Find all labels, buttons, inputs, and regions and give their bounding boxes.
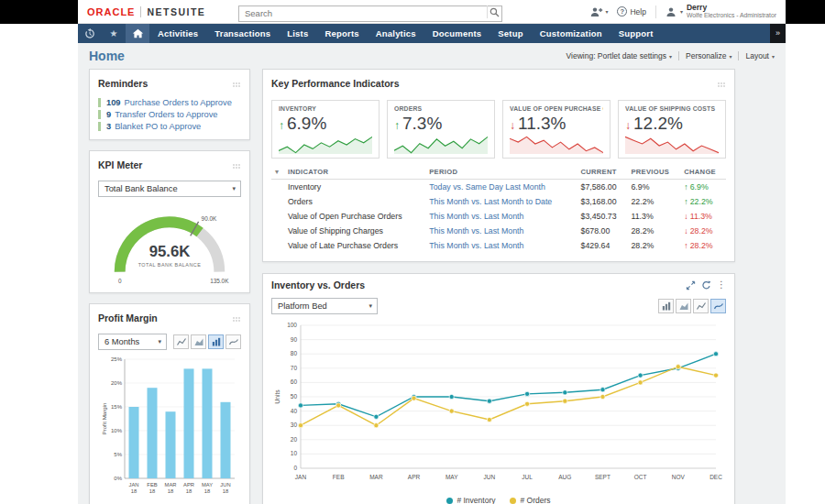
change-value: 11.3% xyxy=(690,212,712,221)
netsuite-app: ORACLE NETSUITE ▾ ? Help xyxy=(78,0,786,504)
cell-period-link[interactable]: This Month vs. Last Month xyxy=(425,224,577,238)
brand-divider xyxy=(140,6,141,17)
dashboard-content: Reminders 109Purchase Orders to Approve9… xyxy=(78,67,786,504)
shortcuts-button[interactable]: ★ xyxy=(102,24,126,43)
reminder-link[interactable]: Transfer Orders to Approve xyxy=(115,110,217,119)
kpi-tile-number: 12.2% xyxy=(633,114,683,134)
chevron-down-icon: ▾ xyxy=(605,8,608,15)
legend-dot xyxy=(446,498,453,504)
kpi-tile[interactable]: VALUE OF SHIPPING COSTS↓12.2% xyxy=(618,100,726,159)
portlet-drag-handle-icon[interactable] xyxy=(232,75,241,92)
svg-text:FEB: FEB xyxy=(332,474,344,480)
nav-item-setup[interactable]: Setup xyxy=(490,24,531,43)
nav-item-customization[interactable]: Customization xyxy=(532,24,610,43)
spline-chart-icon[interactable] xyxy=(710,299,726,313)
viewing-control[interactable]: Viewing: Portlet date settings▾ xyxy=(566,51,672,60)
viewing-label: Viewing: Portlet date settings xyxy=(566,51,666,60)
recent-records-button[interactable] xyxy=(78,24,102,43)
nav-item-lists[interactable]: Lists xyxy=(279,24,316,43)
reminder-link[interactable]: Purchase Orders to Approve xyxy=(125,98,232,107)
search-icon[interactable] xyxy=(487,5,500,18)
portlet-drag-handle-icon[interactable] xyxy=(232,310,241,326)
svg-text:100: 100 xyxy=(287,322,297,328)
user-menu[interactable]: ▾ Derry Wolfe Electronics - Administrato… xyxy=(666,4,776,19)
page-title: Home xyxy=(89,49,125,63)
svg-text:50: 50 xyxy=(290,393,297,400)
kpi-tile-label: ORDERS xyxy=(394,105,488,112)
chevron-down-icon: ▾ xyxy=(669,53,672,60)
expand-icon[interactable] xyxy=(686,280,696,290)
kpi-table-row: InventoryToday vs. Same Day Last Month$7… xyxy=(271,180,726,195)
nav-overflow-button[interactable]: » xyxy=(770,24,786,43)
left-column: Reminders 109Purchase Orders to Approve9… xyxy=(89,69,250,504)
kebab-menu-icon[interactable]: ⋮ xyxy=(717,280,726,290)
reminder-link[interactable]: Blanket PO to Approve xyxy=(115,122,201,131)
kpi-meter-select[interactable]: Total Bank Balance ▾ xyxy=(98,181,241,197)
cell-indicator: Orders xyxy=(284,194,425,209)
line-chart-icon[interactable] xyxy=(693,299,709,313)
row-spacer xyxy=(271,180,284,195)
change-value: 28.2% xyxy=(690,241,713,250)
portlet-drag-handle-icon[interactable] xyxy=(232,157,241,173)
row-spacer xyxy=(271,209,284,224)
cell-indicator: Value of Shipping Charges xyxy=(284,224,425,238)
kpi-tile[interactable]: INVENTORY↑6.9% xyxy=(271,100,380,159)
up-arrow-icon: ↑ xyxy=(684,197,688,206)
cell-period-link[interactable]: This Month vs. Last Month xyxy=(425,238,577,253)
kpi-tile[interactable]: VALUE OF OPEN PURCHASE ORDERS↓11.3% xyxy=(502,100,610,159)
cell-period-link[interactable]: This Month vs. Last Month to Date xyxy=(425,194,577,209)
cell-current: $429.64 xyxy=(577,238,627,253)
brand-logo[interactable]: ORACLE NETSUITE xyxy=(87,6,205,17)
main-nav: ★ ActivitiesTransactionsListsReportsAnal… xyxy=(78,24,786,43)
legend-item[interactable]: # Inventory xyxy=(446,496,495,504)
column-header-change: CHANGE xyxy=(680,164,726,180)
bar-chart-icon[interactable] xyxy=(208,334,224,349)
item-select[interactable]: Platform Bed ▾ xyxy=(271,298,378,314)
user-role: Wolfe Electronics - Administrator xyxy=(687,12,776,18)
cell-previous: 6.9% xyxy=(627,180,680,195)
spline-chart-icon[interactable] xyxy=(226,334,241,349)
search-input[interactable] xyxy=(238,5,502,22)
control-divider xyxy=(738,51,739,60)
help-button[interactable]: ? Help xyxy=(617,6,645,16)
reminder-item[interactable]: 3Blanket PO to Approve xyxy=(98,122,240,131)
cell-period-link[interactable]: Today vs. Same Day Last Month xyxy=(425,180,577,195)
portlet-header: Key Performance Indicators xyxy=(263,70,734,95)
nav-item-support[interactable]: Support xyxy=(610,24,662,43)
svg-text:TOTAL BANK BALANCE: TOTAL BANK BALANCE xyxy=(138,262,202,268)
profit-margin-range-select[interactable]: 6 Months ▾ xyxy=(98,334,167,350)
area-chart-icon[interactable] xyxy=(191,334,206,349)
create-new-button[interactable]: ▾ xyxy=(590,6,608,17)
portlet-drag-handle-icon[interactable] xyxy=(717,75,726,92)
reminder-item[interactable]: 109Purchase Orders to Approve xyxy=(98,98,240,107)
layout-control[interactable]: Layout▾ xyxy=(745,51,775,60)
svg-text:95.6K: 95.6K xyxy=(149,243,191,260)
nav-item-documents[interactable]: Documents xyxy=(424,24,490,43)
collapse-table-button[interactable]: ▾ xyxy=(271,164,284,180)
cell-period-link[interactable]: This Month vs. Last Month xyxy=(425,209,577,224)
reminder-item[interactable]: 9Transfer Orders to Approve xyxy=(98,110,240,119)
svg-text:0: 0 xyxy=(293,465,297,471)
row-spacer xyxy=(271,224,284,238)
kpi-tile[interactable]: ORDERS↑7.3% xyxy=(387,100,495,159)
portlet-header: Reminders xyxy=(90,70,249,95)
nav-item-analytics[interactable]: Analytics xyxy=(368,24,424,43)
area-chart-icon[interactable] xyxy=(676,299,691,313)
cell-current: $3,168.00 xyxy=(577,194,627,209)
legend-label: # Orders xyxy=(520,496,550,504)
cell-current: $678.00 xyxy=(577,224,627,238)
kpi-tile-value: ↑6.9% xyxy=(279,114,372,134)
line-chart-icon[interactable] xyxy=(173,334,189,349)
nav-item-reports[interactable]: Reports xyxy=(316,24,367,43)
home-button[interactable] xyxy=(126,24,149,43)
personalize-control[interactable]: Personalize▾ xyxy=(686,51,732,60)
bar-chart-icon[interactable] xyxy=(658,299,674,313)
chevron-down-icon: ▾ xyxy=(232,185,236,192)
nav-item-activities[interactable]: Activities xyxy=(149,24,206,43)
cell-previous: 28.2% xyxy=(627,238,680,253)
portlet-title: KPI Meter xyxy=(98,159,142,170)
refresh-icon[interactable] xyxy=(701,280,711,290)
nav-item-transactions[interactable]: Transactions xyxy=(206,24,279,43)
legend-item[interactable]: # Orders xyxy=(510,496,550,504)
svg-text:135.0K: 135.0K xyxy=(210,278,229,284)
